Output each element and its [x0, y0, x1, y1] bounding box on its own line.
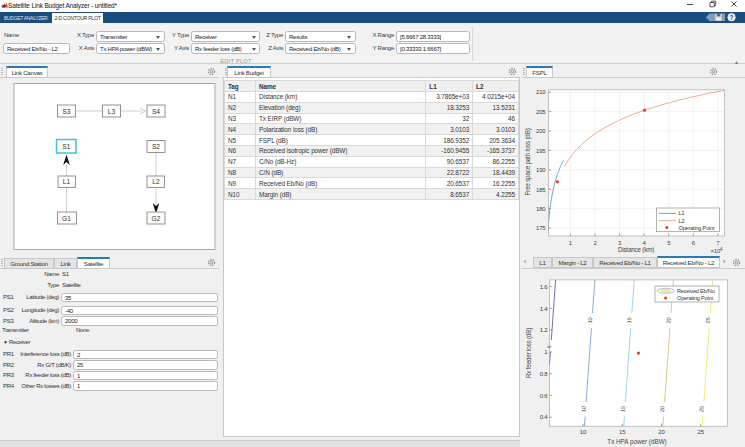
svg-text:0.8: 0.8 — [540, 371, 549, 377]
svg-text:15: 15 — [619, 429, 626, 435]
svg-text:S2: S2 — [152, 143, 160, 150]
svg-text:2: 2 — [593, 240, 597, 246]
svg-text:25: 25 — [698, 429, 705, 435]
svg-text:1: 1 — [569, 240, 573, 246]
svg-text:200: 200 — [536, 128, 546, 134]
svg-text:10: 10 — [587, 317, 593, 323]
svg-text:10: 10 — [580, 429, 587, 435]
svg-text:15: 15 — [626, 317, 632, 323]
svg-text:Free space path loss (dB): Free space path loss (dB) — [524, 128, 532, 195]
svg-text:L1: L1 — [679, 210, 685, 216]
svg-text:20: 20 — [659, 406, 665, 412]
svg-text:20: 20 — [658, 429, 665, 435]
svg-text:S1: S1 — [62, 143, 70, 150]
svg-text:1: 1 — [544, 349, 548, 355]
svg-text:0.6: 0.6 — [540, 393, 549, 399]
svg-text:S3: S3 — [62, 108, 70, 115]
svg-text:180: 180 — [536, 206, 546, 212]
svg-text:L2: L2 — [679, 218, 685, 224]
svg-text:L1: L1 — [63, 178, 71, 185]
svg-text:25: 25 — [698, 406, 704, 412]
svg-text:6: 6 — [692, 240, 696, 246]
svg-text:10: 10 — [580, 406, 586, 412]
svg-text:205: 205 — [536, 109, 546, 115]
svg-text:1.4: 1.4 — [540, 306, 549, 312]
svg-text:1.6: 1.6 — [540, 284, 549, 290]
svg-text:1.2: 1.2 — [540, 327, 549, 333]
svg-text:15: 15 — [620, 406, 626, 412]
svg-text:L2: L2 — [152, 178, 160, 185]
svg-text:Operating Point: Operating Point — [679, 225, 716, 231]
svg-text:G1: G1 — [62, 215, 71, 222]
svg-text:5: 5 — [546, 345, 552, 348]
svg-text:5: 5 — [667, 240, 671, 246]
svg-text:195: 195 — [536, 148, 546, 154]
svg-text:185: 185 — [536, 187, 546, 193]
svg-text:0.4: 0.4 — [540, 414, 549, 420]
svg-text:L3: L3 — [108, 108, 116, 115]
svg-text:175: 175 — [536, 225, 546, 231]
svg-text:190: 190 — [536, 167, 546, 173]
svg-text:Rx feeder loss (dB): Rx feeder loss (dB) — [525, 328, 533, 378]
svg-text:G2: G2 — [152, 215, 161, 222]
svg-text:210: 210 — [536, 89, 546, 95]
svg-text:Received Eb/No: Received Eb/No — [677, 288, 715, 294]
svg-text:20: 20 — [665, 317, 671, 323]
svg-text:7: 7 — [716, 240, 720, 246]
svg-text:Tx HPA power (dBW): Tx HPA power (dBW) — [607, 438, 666, 446]
svg-text:?: ? — [730, 14, 734, 21]
svg-text:Operating Point: Operating Point — [677, 295, 714, 301]
svg-text:25: 25 — [705, 317, 711, 323]
svg-text:S4: S4 — [152, 108, 160, 115]
